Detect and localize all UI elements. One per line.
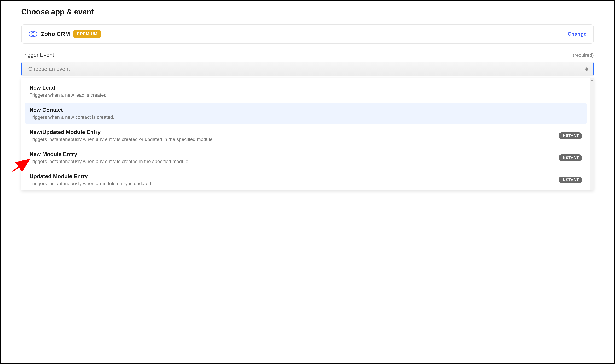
- dropdown-item-desc: Triggers instantaneously when a module e…: [29, 181, 555, 186]
- dropdown-item-text: New Module EntryTriggers instantaneously…: [29, 151, 555, 164]
- select-placeholder: Choose an event: [28, 66, 70, 72]
- change-link[interactable]: Change: [568, 31, 587, 37]
- zoho-icon: [28, 31, 37, 37]
- dropdown-item-desc: Triggers instantaneously when any entry …: [29, 137, 555, 142]
- svg-marker-4: [591, 79, 593, 81]
- event-dropdown: New LeadTriggers when a new lead is crea…: [21, 78, 594, 190]
- field-label: Trigger Event: [21, 52, 54, 58]
- svg-marker-2: [585, 67, 588, 69]
- scroll-up-icon: [591, 78, 593, 82]
- dropdown-item[interactable]: New LeadTriggers when a new lead is crea…: [25, 81, 587, 102]
- dropdown-item-text: New/Updated Module EntryTriggers instant…: [29, 129, 555, 142]
- dropdown-item-desc: Triggers when a new contact is created.: [29, 115, 582, 120]
- dropdown-item-title: New Contact: [29, 107, 582, 113]
- dropdown-item-text: New LeadTriggers when a new lead is crea…: [29, 85, 582, 98]
- chevron-updown-icon: [585, 67, 588, 71]
- dropdown-item[interactable]: New/Updated Module EntryTriggers instant…: [25, 125, 587, 146]
- dropdown-item-title: Updated Module Entry: [29, 173, 555, 180]
- dropdown-item-desc: Triggers when a new lead is created.: [29, 92, 582, 98]
- outer-frame: Choose app & event Zoho CRM PREMIUM Chan…: [0, 0, 615, 364]
- dropdown-item-desc: Triggers instantaneously when any entry …: [29, 159, 555, 164]
- required-indicator: (required): [573, 52, 594, 58]
- premium-badge: PREMIUM: [73, 30, 101, 38]
- dropdown-item-text: New ContactTriggers when a new contact i…: [29, 107, 582, 120]
- dropdown-list: New LeadTriggers when a new lead is crea…: [25, 81, 590, 190]
- main-content: Choose app & event Zoho CRM PREMIUM Chan…: [1, 1, 614, 190]
- dropdown-item-title: New Lead: [29, 85, 582, 91]
- background-strip: [1, 298, 614, 363]
- app-card-left: Zoho CRM PREMIUM: [28, 30, 101, 38]
- field-label-row: Trigger Event (required): [21, 52, 594, 58]
- svg-marker-3: [585, 69, 588, 71]
- scrollbar-track[interactable]: [590, 78, 594, 190]
- dropdown-item[interactable]: New ContactTriggers when a new contact i…: [25, 103, 587, 124]
- dropdown-item-text: Updated Module EntryTriggers instantaneo…: [29, 173, 555, 186]
- instant-badge: INSTANT: [559, 155, 582, 161]
- instant-badge: INSTANT: [559, 132, 582, 139]
- instant-badge: INSTANT: [559, 177, 582, 183]
- trigger-event-select[interactable]: Choose an event: [21, 62, 594, 77]
- dropdown-item[interactable]: Updated Module EntryTriggers instantaneo…: [25, 169, 587, 190]
- dropdown-item-title: New/Updated Module Entry: [29, 129, 555, 135]
- app-name: Zoho CRM: [41, 31, 70, 37]
- dropdown-item[interactable]: New Module EntryTriggers instantaneously…: [25, 147, 587, 168]
- app-card: Zoho CRM PREMIUM Change: [21, 24, 594, 44]
- dropdown-item-title: New Module Entry: [29, 151, 555, 157]
- text-cursor: [28, 66, 28, 72]
- page-title: Choose app & event: [21, 8, 594, 16]
